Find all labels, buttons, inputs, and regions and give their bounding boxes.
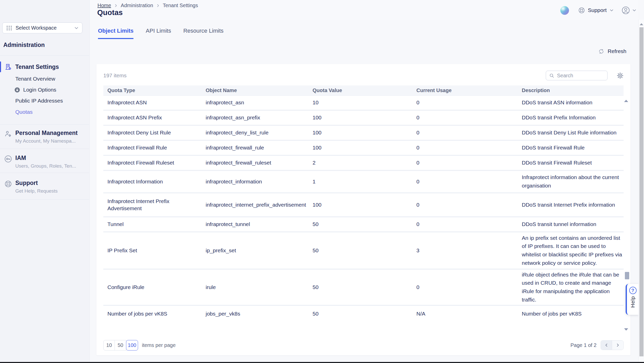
cell-quota-value: 2 — [308, 159, 412, 166]
cell-quota-value: 50 — [308, 247, 412, 254]
table-scrollbar-thumb[interactable] — [625, 272, 629, 279]
workspace-selector-label: Select Workspace — [16, 25, 71, 31]
cell-description: DDoS transit Internet Prefix information — [518, 201, 624, 209]
table-row: Infraprotect Deny List Rule infraprotect… — [103, 126, 624, 141]
workspace-selector[interactable]: Select Workspace — [2, 22, 82, 33]
cell-current-usage: 0 — [412, 201, 518, 208]
page-scrollbar-thumb[interactable] — [639, 27, 643, 356]
column-header-object-name[interactable]: Object Name — [202, 87, 308, 93]
cell-quota-type: Configure iRule — [103, 284, 202, 291]
cell-object-name: irule — [202, 284, 308, 291]
sidebar-item-tenant-overview[interactable]: Tenant Overview — [15, 76, 55, 82]
cell-quota-value: 50 — [308, 221, 412, 228]
page-size-10-button[interactable]: 10 — [103, 340, 115, 351]
page-size-group: 10 50 100 — [103, 340, 138, 351]
cell-quota-type: Infraprotect Firewall Rule — [103, 144, 202, 151]
cell-description: DDoS transit Prefix Information — [518, 114, 624, 122]
table-row: Configure iRule irule 50 0 iRule object … — [103, 270, 624, 306]
chevron-down-icon — [74, 26, 79, 30]
cell-description: An ip prefix set contains an unordered l… — [518, 234, 624, 267]
table-scroll-down-arrow[interactable] — [624, 328, 628, 331]
table-row: IP Prefix Set ip_prefix_set 50 3 An ip p… — [103, 232, 624, 270]
previous-page-button[interactable] — [601, 341, 612, 350]
page-indicator: Page 1 of 2 — [571, 342, 597, 348]
table-header-row: Quota Type Object Name Quota Value Curre… — [103, 85, 624, 96]
breadcrumb-administration[interactable]: Administration — [121, 3, 153, 8]
lock-icon — [14, 87, 20, 93]
chevron-down-icon — [632, 8, 636, 12]
account-menu[interactable] — [622, 6, 636, 15]
page-nav-group — [601, 340, 624, 350]
cell-current-usage: 0 — [412, 144, 518, 151]
breadcrumb-tenant-settings[interactable]: Tenant Settings — [163, 3, 198, 8]
support-menu[interactable]: Support — [578, 6, 614, 15]
screen-bottom-edge — [0, 362, 644, 363]
table-row: Infraprotect Firewall Rule infraprotect_… — [103, 141, 624, 156]
cell-quota-type: IP Prefix Set — [103, 247, 202, 254]
cell-description: DDoS transit tunnel information — [518, 220, 624, 229]
breadcrumb-home[interactable]: Home — [97, 3, 111, 8]
sidebar-item-quotas[interactable]: Quotas — [15, 109, 33, 115]
column-header-quota-type[interactable]: Quota Type — [103, 87, 202, 93]
sidebar-item-personal-management[interactable]: Personal Management My Account, My Names… — [0, 130, 89, 144]
cell-quota-value: 1 — [308, 178, 412, 185]
cell-description: Infraprotect information about the curre… — [518, 173, 624, 190]
tab-resource-limits[interactable]: Resource Limits — [183, 28, 224, 39]
sidebar-item-support[interactable]: Support Get Help, Requests — [0, 180, 89, 194]
cell-description: DDoS transit Firewall Rule — [518, 144, 624, 152]
lifebuoy-icon — [578, 7, 585, 14]
person-gear-icon — [4, 130, 12, 138]
gear-icon[interactable] — [617, 72, 624, 79]
section-label: IAM — [15, 155, 89, 161]
page-size-50-button[interactable]: 50 — [115, 340, 126, 351]
sidebar-item-iam[interactable]: IAM Users, Groups, Roles, Ten... — [0, 155, 89, 169]
sidebar-item-public-ip-addresses[interactable]: Public IP Addresses — [15, 97, 63, 104]
building-gear-icon — [5, 63, 12, 70]
sub-item-label: Public IP Addresses — [15, 98, 63, 104]
cell-quota-type: Infraprotect Internet Prefix Advertiseme… — [103, 198, 202, 212]
cell-quota-type: Tunnel — [103, 221, 202, 228]
cell-object-name: infraprotect_deny_list_rule — [202, 129, 308, 136]
breadcrumb: Home Administration Tenant Settings — [97, 3, 198, 8]
question-mark-icon: ? — [629, 287, 637, 294]
cell-current-usage: 0 — [412, 178, 518, 185]
table-row: Number of jobs per vK8S jobs_per_vk8s 50… — [103, 306, 624, 322]
tab-object-limits[interactable]: Object Limits — [98, 28, 133, 39]
column-header-current-usage[interactable]: Current Usage — [412, 87, 518, 93]
cell-current-usage: 0 — [412, 99, 518, 106]
table-row: Infraprotect ASN infraprotect_asn 10 0 D… — [103, 96, 624, 111]
table-scroll-up-arrow[interactable] — [624, 100, 628, 102]
sidebar-item-tenant-settings[interactable]: Tenant Settings — [0, 60, 89, 73]
cell-current-usage: 0 — [412, 114, 518, 121]
table-row: Infraprotect Internet Prefix Advertiseme… — [103, 193, 624, 217]
search-icon — [549, 73, 554, 78]
items-per-page-label: items per page — [142, 342, 176, 348]
refresh-button[interactable]: Refresh — [598, 47, 626, 56]
tab-api-limits[interactable]: API Limits — [146, 28, 171, 39]
page-scrollbar[interactable] — [638, 20, 644, 363]
divider — [0, 173, 89, 173]
cell-current-usage: 0 — [412, 159, 518, 166]
column-header-quota-value[interactable]: Quota Value — [308, 87, 412, 93]
quotas-table-panel: 197 items — [96, 64, 630, 355]
cell-object-name: infraprotect_asn_prefix — [202, 114, 308, 121]
cell-quota-type: Infraprotect ASN — [103, 99, 202, 106]
cell-quota-value: 50 — [308, 310, 412, 317]
tenant-logo-sphere[interactable] — [560, 6, 569, 15]
table-row: Infraprotect ASN Prefix infraprotect_asn… — [103, 111, 624, 126]
table-toolbar: 197 items — [103, 64, 624, 85]
search-input[interactable] — [557, 73, 604, 79]
divider — [0, 199, 89, 200]
cell-quota-value: 100 — [308, 144, 412, 151]
column-header-description[interactable]: Description — [518, 87, 624, 93]
help-tab[interactable]: ? Help — [626, 284, 639, 315]
sidebar-item-login-options[interactable]: Login Options — [14, 86, 56, 93]
table-row: Tunnel infraprotect_tunnel 50 0 DDoS tra… — [103, 217, 624, 232]
page-size-100-button[interactable]: 100 — [126, 340, 138, 351]
cell-quota-value: 10 — [308, 99, 412, 106]
divider — [0, 55, 89, 56]
cell-quota-value: 100 — [308, 201, 412, 208]
cell-object-name: infraprotect_tunnel — [202, 221, 308, 228]
next-page-button[interactable] — [612, 341, 623, 350]
scrollbar-up-arrow[interactable] — [640, 23, 643, 25]
